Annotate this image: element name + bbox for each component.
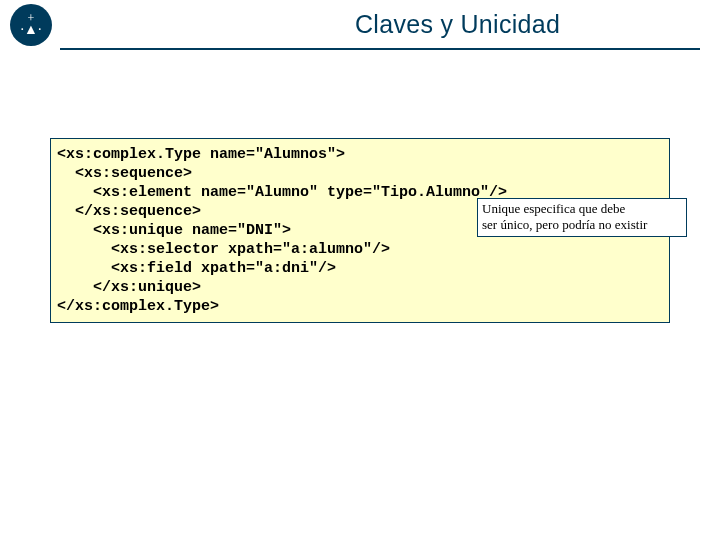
code-line: <xs:unique name="DNI"> (57, 222, 291, 239)
callout-line: ser único, pero podría no existir (482, 217, 682, 233)
code-line: </xs:unique> (57, 279, 201, 296)
slide-header: + ·▲· Claves y Unicidad (0, 0, 720, 50)
code-line: </xs:complex.Type> (57, 298, 219, 315)
code-line: <xs:field xpath="a:dni"/> (57, 260, 336, 277)
slide-title: Claves y Unicidad (355, 10, 560, 39)
code-line: <xs:element name="Alumno" type="Tipo.Alu… (57, 184, 507, 201)
callout-line: Unique especifica que debe (482, 201, 682, 217)
code-line: <xs:selector xpath="a:alumno"/> (57, 241, 390, 258)
header-divider (60, 48, 700, 50)
code-line: <xs:sequence> (57, 165, 192, 182)
annotation-callout: Unique especifica que debe ser único, pe… (477, 198, 687, 237)
code-line: <xs:complex.Type name="Alumnos"> (57, 146, 345, 163)
university-logo: + ·▲· (10, 4, 52, 46)
code-line: </xs:sequence> (57, 203, 201, 220)
logo-crest-icon: ·▲· (21, 23, 42, 37)
